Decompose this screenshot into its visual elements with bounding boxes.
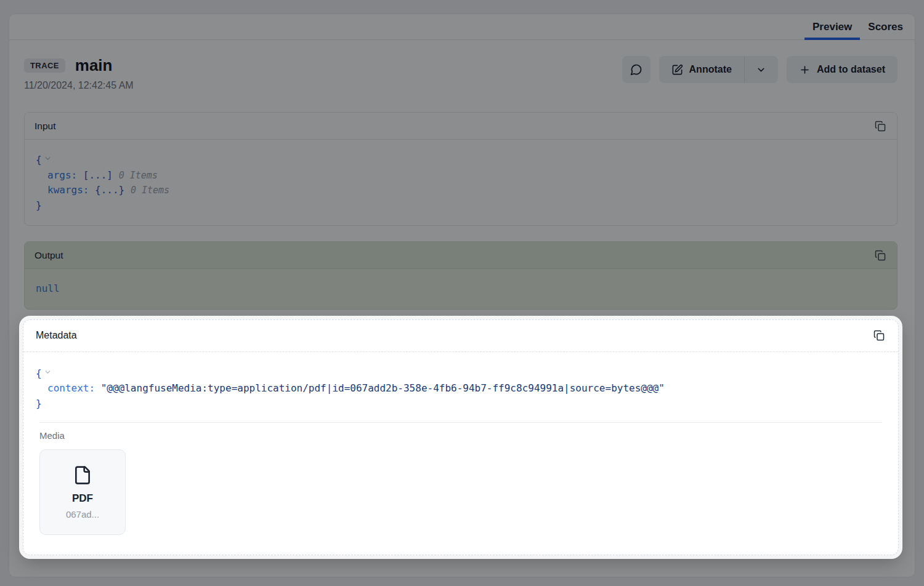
copy-icon <box>873 330 885 341</box>
json-close-brace: } <box>36 398 42 409</box>
file-icon <box>73 465 92 485</box>
media-section-label: Media <box>39 430 882 441</box>
json-string-value: "@@@langfuseMedia:type=application/pdf|i… <box>101 382 665 394</box>
media-section: Media PDF 067ad... <box>39 422 882 555</box>
media-file-card[interactable]: PDF 067ad... <box>39 449 126 535</box>
collapse-chevron-icon[interactable] <box>44 367 52 379</box>
media-file-id: 067ad... <box>66 509 99 520</box>
copy-metadata-button[interactable] <box>872 329 886 342</box>
metadata-panel: Metadata { context: "@@@langfuseMedia:ty… <box>23 319 899 556</box>
metadata-panel-title: Metadata <box>36 330 77 341</box>
metadata-panel-header: Metadata <box>23 320 898 352</box>
metadata-json-viewer: { context: "@@@langfuseMedia:type=applic… <box>23 352 898 423</box>
json-line-context: context: "@@@langfuseMedia:type=applicat… <box>36 381 886 396</box>
json-open-brace[interactable]: { <box>36 367 42 379</box>
media-file-type: PDF <box>72 492 93 505</box>
json-key: context: <box>47 382 95 394</box>
